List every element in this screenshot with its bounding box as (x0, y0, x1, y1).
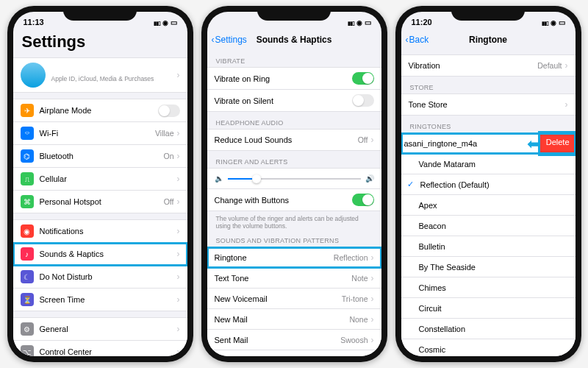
volume-slider[interactable] (228, 178, 361, 180)
hotspot-icon: ⌘ (21, 195, 34, 208)
back-button[interactable]: ‹ Settings (212, 35, 247, 45)
ringtone-label: Vande Mataram (419, 160, 568, 169)
status-icons (542, 18, 565, 26)
text-tone-row[interactable]: Text Tone Note › (207, 268, 381, 289)
chevron-right-icon: › (371, 273, 374, 283)
chevron-right-icon: › (371, 314, 374, 325)
dnd-row[interactable]: ☾ Do Not Disturb › (13, 266, 187, 289)
nav-title: Sounds & Haptics (257, 35, 332, 45)
clock: 11:13 (24, 18, 44, 26)
ringtone-option[interactable]: Vande Mataram (401, 154, 576, 174)
ringtone-label: Constellation (419, 325, 568, 333)
moon-icon: ☾ (21, 270, 34, 283)
ringtone-option[interactable]: Constellation (401, 319, 576, 339)
delete-button[interactable]: Delete (540, 133, 576, 154)
chevron-left-icon: ‹ (406, 35, 409, 45)
hotspot-row[interactable]: ⌘ Personal Hotspot Off › (13, 191, 187, 213)
notifications-icon: ◉ (21, 224, 34, 238)
phone-sounds-haptics: ‹ Settings Sounds & Haptics VIBRATE Vibr… (201, 6, 387, 362)
settings-list[interactable]: Apple ID, iCloud, Media & Purchases › ✈ … (13, 57, 187, 356)
sounds-haptics-row[interactable]: ♪ Sounds & Haptics › (13, 243, 187, 266)
page-title: Settings (13, 29, 187, 57)
notch (451, 6, 525, 21)
notifications-row[interactable]: ◉ Notifications › (13, 220, 187, 243)
vibrate-silent-toggle[interactable] (352, 94, 374, 107)
battery-icon (559, 18, 565, 26)
hourglass-icon: ⏳ (21, 293, 34, 306)
change-buttons-row[interactable]: Change with Buttons (207, 189, 381, 210)
status-icons (154, 18, 177, 26)
change-buttons-toggle[interactable] (352, 194, 374, 206)
new-mail-row[interactable]: New Mail None › (207, 309, 381, 330)
clock: 11:20 (412, 18, 432, 26)
chevron-right-icon: › (565, 99, 568, 110)
general-row[interactable]: ⚙ General › (13, 318, 187, 341)
chevron-right-icon: › (177, 324, 180, 334)
wifi-icon (551, 18, 556, 26)
ringtone-option[interactable]: Beacon (401, 216, 576, 236)
ringtone-label: Cosmic (419, 345, 568, 354)
ringtone-option[interactable]: By The Seaside (401, 257, 576, 277)
nav-title: Ringtone (469, 35, 507, 45)
section-headphone: HEADPHONE AUDIO (207, 112, 381, 129)
sent-mail-row[interactable]: Sent Mail Swoosh › (207, 330, 381, 350)
bluetooth-row[interactable]: ⌬ Bluetooth On › (13, 145, 187, 168)
apple-id-row[interactable]: Apple ID, iCloud, Media & Purchases › (13, 58, 187, 92)
chevron-right-icon: › (177, 272, 180, 282)
chevron-right-icon: › (177, 226, 180, 236)
ringtone-label: Reflection (Default) (420, 180, 568, 189)
voicemail-row[interactable]: New Voicemail Tri-tone › (207, 289, 381, 309)
wifi-icon (162, 18, 168, 26)
chevron-right-icon: › (177, 151, 180, 161)
screen-time-row[interactable]: ⏳ Screen Time › (13, 289, 187, 311)
ringtone-option[interactable]: ✓Reflection (Default) (401, 174, 576, 195)
chevron-right-icon: › (177, 197, 180, 207)
ringtone-option[interactable]: Chimes (401, 277, 576, 298)
screen-1: 11:13 Settings Apple ID, iCloud, Media &… (13, 12, 187, 356)
ringtone-option[interactable]: Bulletin (401, 236, 576, 257)
ringtone-row[interactable]: Ringtone Reflection › (207, 247, 381, 268)
vibration-row[interactable]: Vibration Default › (401, 55, 576, 76)
ringtone-option[interactable]: Cosmic (401, 339, 576, 356)
ringtone-label: Apex (419, 201, 568, 210)
sounds-list[interactable]: VIBRATE Vibrate on Ring Vibrate on Silen… (207, 50, 381, 356)
notch (257, 6, 331, 21)
vibrate-ring-toggle[interactable] (352, 72, 374, 85)
calendar-alerts-row[interactable]: Calendar Alerts (207, 350, 381, 356)
notch (63, 6, 137, 21)
speaker-low-icon: 🔈 (215, 174, 223, 183)
control-center-row[interactable]: ⌥ Control Center › (13, 341, 187, 356)
custom-ringtone-swipe-row[interactable]: asani_ringtone_m4a ⬅ Delete (401, 133, 576, 154)
ringtone-label: Chimes (419, 283, 568, 292)
nav-bar: ‹ Back Ringtone (401, 29, 576, 50)
back-button[interactable]: ‹ Back (406, 35, 429, 45)
ringtone-option[interactable]: Apex (401, 195, 576, 216)
ringtone-option[interactable]: Circuit (401, 298, 576, 319)
chevron-right-icon: › (371, 135, 374, 145)
phone-ringtone: 11:20 ‹ Back Ringtone Vibration Default … (395, 6, 581, 362)
phone-settings-root: 11:13 Settings Apple ID, iCloud, Media &… (7, 6, 193, 362)
ringtone-list[interactable]: Vibration Default › STORE Tone Store › R… (401, 50, 576, 356)
cell-signal-icon (154, 18, 160, 26)
wifi-row[interactable]: ⌔ Wi-Fi Villae › (13, 122, 187, 145)
cellular-row[interactable]: ⎍ Cellular › (13, 168, 187, 191)
section-patterns: SOUNDS AND VIBRATION PATTERNS (207, 230, 381, 247)
vibrate-ring-row[interactable]: Vibrate on Ring (207, 68, 381, 90)
vibrate-silent-row[interactable]: Vibrate on Silent (207, 90, 381, 111)
chevron-right-icon: › (371, 335, 374, 345)
airplane-toggle[interactable] (158, 105, 180, 117)
reduce-loud-row[interactable]: Reduce Loud Sounds Off › (207, 130, 381, 150)
volume-slider-row[interactable]: 🔈 🔊 (207, 169, 381, 189)
chevron-left-icon: ‹ (212, 35, 215, 45)
cellular-icon: ⎍ (21, 172, 34, 185)
section-vibrate: VIBRATE (207, 50, 381, 67)
chevron-right-icon: › (177, 128, 180, 138)
airplane-mode-row[interactable]: ✈ Airplane Mode (13, 99, 187, 122)
chevron-right-icon: › (177, 70, 180, 80)
chevron-right-icon: › (371, 294, 374, 304)
section-ringer: RINGER AND ALERTS (207, 151, 381, 168)
tone-store-row[interactable]: Tone Store › (401, 94, 576, 115)
speaker-high-icon: 🔊 (365, 174, 374, 183)
speaker-icon: ♪ (21, 247, 34, 261)
chevron-right-icon: › (177, 294, 180, 305)
